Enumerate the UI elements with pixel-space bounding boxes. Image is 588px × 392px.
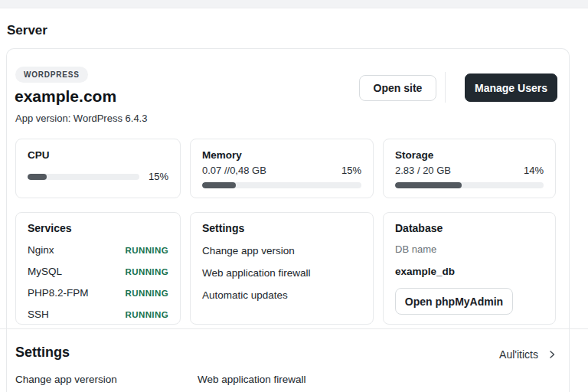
storage-progress-fill	[395, 182, 462, 188]
app-version-text: App version: WordPress 6.4.3	[15, 113, 147, 124]
storage-percent: 14%	[524, 165, 544, 176]
service-name: SSH	[28, 309, 49, 320]
service-status-badge: RUNNING	[126, 267, 168, 276]
services-title: Services	[28, 222, 168, 234]
manage-users-button[interactable]: Manage Users	[465, 74, 557, 102]
cpu-progress-bar	[28, 174, 139, 180]
analytics-link-label: Aul'iticts	[499, 348, 538, 361]
cpu-percent: 15%	[149, 171, 168, 182]
analytics-link[interactable]: Aul'iticts	[499, 348, 557, 361]
chevron-right-icon	[547, 350, 557, 359]
service-row: Nginx RUNNING	[28, 244, 168, 256]
header-divider	[445, 72, 446, 103]
service-status-badge: RUNNING	[126, 310, 168, 319]
settings-item-automatic-updates[interactable]: Automatic updates	[202, 289, 361, 301]
settings-section-title: Settings	[15, 345, 70, 361]
service-row: MySQL RUNNING	[28, 266, 168, 277]
cpu-progress-fill	[28, 174, 47, 180]
storage-label: Storage	[395, 149, 544, 161]
db-name-value: example_db	[395, 266, 544, 277]
open-phpmyadmin-button[interactable]: Open phpMyAdmin	[395, 288, 513, 315]
memory-usage-text: 0.07 //0,48 GB	[202, 165, 266, 176]
memory-metric-card: Memory 0.07 //0,48 GB 15%	[190, 139, 374, 198]
service-name: MySQL	[28, 266, 62, 277]
memory-progress-bar	[202, 182, 361, 188]
settings-item-change-app-version[interactable]: Change app version	[202, 245, 361, 256]
service-name: PHP8.2-FPM	[28, 287, 89, 299]
storage-usage-text: 2.83 / 20 GB	[395, 165, 451, 176]
server-domain-title: example.com	[15, 87, 116, 106]
page-title: Server	[7, 23, 47, 38]
open-site-button[interactable]: Open site	[359, 75, 436, 101]
storage-metric-card: Storage 2.83 / 20 GB 14%	[383, 139, 556, 198]
memory-percent: 15%	[341, 165, 361, 176]
cpu-metric-card: CPU 15%	[15, 139, 181, 198]
service-row: PHP8.2-FPM RUNNING	[28, 287, 168, 299]
service-row: SSH RUNNING	[28, 309, 168, 320]
service-status-badge: RUNNING	[126, 246, 168, 255]
memory-label: Memory	[202, 149, 361, 161]
settings-card: Settings Change app version Web applicat…	[190, 212, 374, 325]
services-card: Services Nginx RUNNING MySQL RUNNING PHP…	[15, 212, 181, 325]
server-panel: WORDPRESS example.com App version: WordP…	[6, 48, 570, 392]
section-divider	[0, 328, 588, 329]
service-name: Nginx	[28, 244, 54, 256]
settings-card-title: Settings	[202, 222, 361, 234]
top-strip	[0, 0, 588, 8]
storage-progress-bar	[395, 182, 544, 188]
db-name-label: DB name	[395, 243, 544, 255]
database-card: Database DB name example_db Open phpMyAd…	[383, 212, 556, 325]
settings-link-web-application-firewall[interactable]: Web application firewall	[198, 374, 306, 385]
app-type-badge: WORDPRESS	[15, 67, 88, 83]
settings-item-web-application-firewall[interactable]: Web application firewall	[202, 267, 361, 279]
database-title: Database	[395, 222, 544, 234]
service-status-badge: RUNNING	[126, 289, 168, 298]
settings-link-change-app-version[interactable]: Change app verersion	[15, 374, 117, 385]
cpu-label: CPU	[28, 149, 168, 161]
memory-progress-fill	[202, 182, 236, 188]
